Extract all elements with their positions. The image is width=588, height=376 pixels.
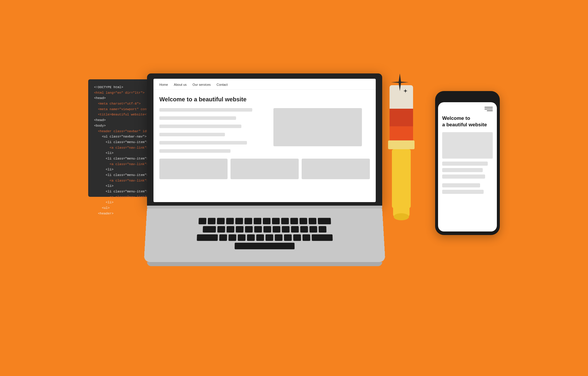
website-title: Welcome to a beautiful website xyxy=(159,96,370,103)
illustration-scene: <!DOCTYPE html> <html lang="en" dir="ltr… xyxy=(88,56,500,320)
laptop-hinge xyxy=(147,206,382,209)
nav-contact: Contact xyxy=(217,83,228,86)
phone-outer-frame: Welcome toa beautiful website xyxy=(435,91,500,235)
phone-screen: Welcome toa beautiful website xyxy=(438,102,497,231)
menu-line-1 xyxy=(485,107,493,108)
website-columns xyxy=(159,159,370,179)
svg-point-7 xyxy=(394,213,409,220)
nav-home: Home xyxy=(159,83,168,86)
laptop-screen: Home About us Our services Contact Welco… xyxy=(153,79,376,202)
laptop-bottom-bar xyxy=(147,262,382,266)
menu-line-3 xyxy=(487,110,493,111)
svg-rect-2 xyxy=(390,126,413,141)
svg-rect-4 xyxy=(392,149,411,208)
sparkle-icon xyxy=(391,73,409,98)
laptop-illustration: Home About us Our services Contact Welco… xyxy=(147,73,382,266)
nav-about: About us xyxy=(174,83,186,86)
laptop-base xyxy=(147,206,382,266)
phone-notch xyxy=(459,95,476,100)
phone-text-2 xyxy=(442,168,483,172)
paintbrush-illustration xyxy=(381,85,422,227)
phone-text-4 xyxy=(442,183,480,187)
col-3 xyxy=(302,159,370,179)
phone-welcome-title: Welcome toa beautiful website xyxy=(442,115,493,128)
svg-rect-3 xyxy=(388,140,415,149)
laptop-screen-bezel: Home About us Our services Contact Welco… xyxy=(147,73,382,206)
phone-text-3 xyxy=(442,174,485,179)
nav-services: Our services xyxy=(193,83,211,86)
phone-text-5 xyxy=(442,190,484,194)
website-body: Welcome to a beautiful website xyxy=(153,90,376,186)
keyboard-area xyxy=(144,209,385,262)
website-navbar: Home About us Our services Contact xyxy=(153,79,376,90)
hamburger-icon xyxy=(442,107,493,111)
col-2 xyxy=(230,159,299,179)
phone-text-1 xyxy=(442,162,488,166)
col-1 xyxy=(159,159,228,179)
phone-hero-block xyxy=(442,132,493,159)
menu-line-2 xyxy=(485,109,493,109)
phone-illustration: Welcome toa beautiful website xyxy=(435,91,500,235)
